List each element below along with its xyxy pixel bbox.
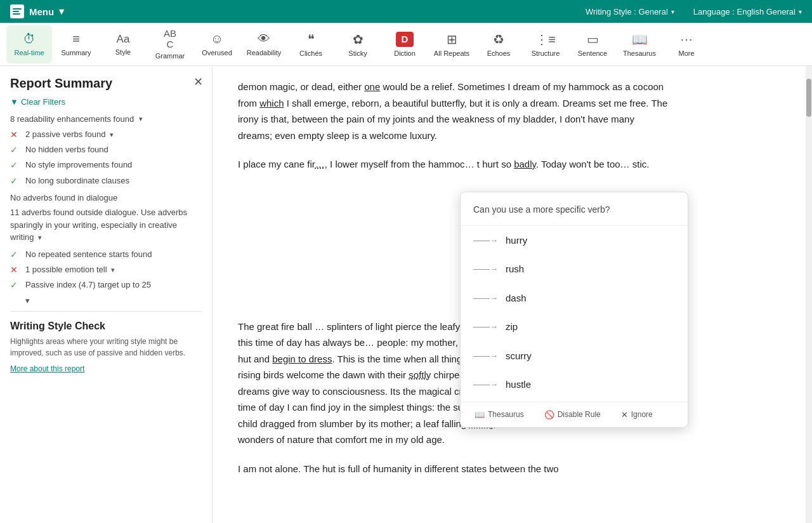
sticky-icon: ✿ (353, 32, 363, 47)
svg-rect-0 (13, 8, 22, 10)
app-logo (10, 4, 24, 18)
writing-style-section: Writing Style Check Highlights areas whe… (10, 321, 202, 374)
readability-icon: 👁 (258, 32, 270, 46)
paragraph-2: I place my cane fir…, I lower myself fro… (238, 156, 669, 173)
pass-icon: ✓ (10, 280, 20, 290)
disable-rule-button[interactable]: 🚫 Disable Rule (540, 407, 605, 422)
tool-sticky[interactable]: ✿ Sticky (335, 25, 381, 63)
underline-which: which (259, 98, 284, 109)
tool-readability[interactable]: 👁 Readability (241, 25, 287, 63)
divider (10, 311, 202, 312)
popup-option-hurry[interactable]: ——→ hurry (461, 226, 688, 255)
tool-overused[interactable]: ☺ Overused (194, 25, 240, 63)
more-icon: ⋯ (680, 32, 693, 47)
style-icon: Aa (117, 33, 130, 46)
language-label: Language : English General (693, 7, 796, 17)
tool-style[interactable]: Aa Style (100, 25, 146, 63)
emotion-chevron-icon: ▾ (111, 266, 115, 274)
menu-label: Menu (29, 6, 54, 17)
overused-label: Overused (202, 49, 232, 56)
writing-style-dropdown[interactable]: Writing Style : General ▾ (586, 7, 674, 17)
popup-footer: 📖 Thesaurus 🚫 Disable Rule ✕ Ignore (461, 402, 688, 427)
adverbs-chevron-icon: ▾ (38, 234, 42, 241)
summary-icon: ≡ (72, 32, 80, 46)
filter-icon: ▼ (10, 97, 18, 107)
popup-title: Can you use a more specific verb? (461, 202, 688, 226)
menu-button[interactable]: Menu ▾ (10, 4, 64, 18)
cliches-icon: ❝ (308, 32, 315, 47)
option-label-hustle: hustle (506, 376, 531, 393)
option-label-hurry: hurry (506, 232, 527, 249)
cliches-label: Clichés (299, 50, 322, 57)
fail-icon: ✕ (10, 129, 20, 140)
popup-option-scurry[interactable]: ——→ scurry (461, 341, 688, 371)
popup-option-dash[interactable]: ——→ dash (461, 284, 688, 313)
tool-realtime[interactable]: ⏱ Real-time (6, 25, 52, 63)
language-dropdown[interactable]: Language : English General ▾ (693, 7, 802, 17)
option-label-zip: zip (506, 319, 518, 335)
adverbs-section: No adverbs found in dialogue 11 adverbs … (10, 192, 202, 244)
expand-icon: ▾ (25, 296, 30, 305)
pass-icon: ✓ (10, 145, 20, 155)
tool-thesaurus[interactable]: 📖 Thesaurus (617, 25, 662, 63)
echoes-label: Echoes (487, 50, 511, 57)
language-chevron-icon: ▾ (799, 8, 802, 15)
ignore-button[interactable]: ✕ Ignore (617, 407, 657, 422)
tool-structure[interactable]: ⋮≡ Structure (523, 25, 568, 63)
toolbar: ⏱ Real-time ≡ Summary Aa Style ABC Gramm… (0, 23, 812, 66)
thesaurus-label: Thesaurus (623, 50, 656, 57)
arrow-icon: ——→ (473, 291, 498, 305)
tool-echoes[interactable]: ♻ Echoes (476, 25, 521, 63)
tool-cliches[interactable]: ❝ Clichés (288, 25, 334, 63)
scroll-thumb[interactable] (806, 79, 811, 117)
arrow-icon: ——→ (473, 320, 498, 334)
content-area[interactable]: demon magic, or dead, either one would b… (213, 66, 806, 523)
readability-header: 8 readability enhancements found ▾ (10, 114, 202, 124)
adverbs-dialogue-text: No adverbs found in dialogue (10, 192, 202, 204)
verb-suggestion-popup: Can you use a more specific verb? ——→ hu… (460, 192, 688, 428)
tool-sentence[interactable]: ▭ Sentence (570, 25, 615, 63)
writing-style-chevron-icon: ▾ (671, 8, 674, 15)
header: Menu ▾ Writing Style : General ▾ Languag… (0, 0, 812, 23)
more-about-report-link[interactable]: More about this report (10, 364, 84, 373)
check-hidden-verbs: ✓ No hidden verbs found (10, 144, 202, 156)
summary-label: Summary (61, 49, 91, 56)
grammar-label: Grammar (155, 52, 185, 60)
arrow-icon: ——→ (473, 378, 498, 392)
pass-icon: ✓ (10, 249, 20, 260)
close-sidebar-button[interactable]: ✕ (193, 75, 203, 89)
thesaurus-button[interactable]: 📖 Thesaurus (471, 407, 528, 422)
clear-filters-link[interactable]: ▼ Clear Filters (10, 97, 202, 107)
fail-icon: ✕ (10, 265, 20, 275)
tool-allrepeats[interactable]: ⊞ All Repeats (429, 25, 475, 63)
option-label-rush: rush (506, 261, 524, 277)
tool-summary[interactable]: ≡ Summary (53, 25, 99, 63)
more-label: More (678, 50, 694, 57)
diction-label: Diction (394, 50, 416, 57)
structure-label: Structure (532, 50, 560, 57)
popup-option-zip[interactable]: ——→ zip (461, 312, 688, 341)
main-layout: Report Summary ✕ ▼ Clear Filters 8 reada… (0, 66, 812, 523)
check-emotion-tell: ✕ 1 possible emotion tell ▾ (10, 264, 202, 275)
passive-chevron-icon: ▾ (110, 131, 114, 138)
underline-badly: badly (514, 159, 536, 169)
tool-more[interactable]: ⋯ More (664, 25, 709, 63)
popup-option-rush[interactable]: ——→ rush (461, 255, 688, 284)
popup-option-hustle[interactable]: ——→ hustle (461, 370, 688, 399)
readability-chevron-icon: ▾ (139, 115, 143, 123)
check-passive-verbs: ✕ 2 passive verbs found ▾ (10, 129, 202, 140)
check-sentence-starts: ✓ No repeated sentence starts found (10, 249, 202, 260)
tool-grammar[interactable]: ABC Grammar (147, 25, 193, 63)
thesaurus-icon: 📖 (632, 32, 648, 47)
adverbs-outside-text: 11 adverbs found outside dialogue. Use a… (10, 206, 202, 244)
svg-rect-1 (13, 11, 19, 12)
underline-softly: softly (409, 369, 431, 380)
arrow-icon: ——→ (473, 262, 498, 276)
sidebar-title: Report Summary (10, 76, 202, 91)
sidebar: Report Summary ✕ ▼ Clear Filters 8 reada… (0, 66, 213, 523)
diction-icon: D (396, 32, 414, 47)
echoes-icon: ♻ (493, 32, 504, 47)
scroll-track[interactable] (806, 66, 812, 523)
tool-diction[interactable]: D Diction (382, 25, 428, 63)
disable-rule-icon: 🚫 (544, 410, 554, 420)
